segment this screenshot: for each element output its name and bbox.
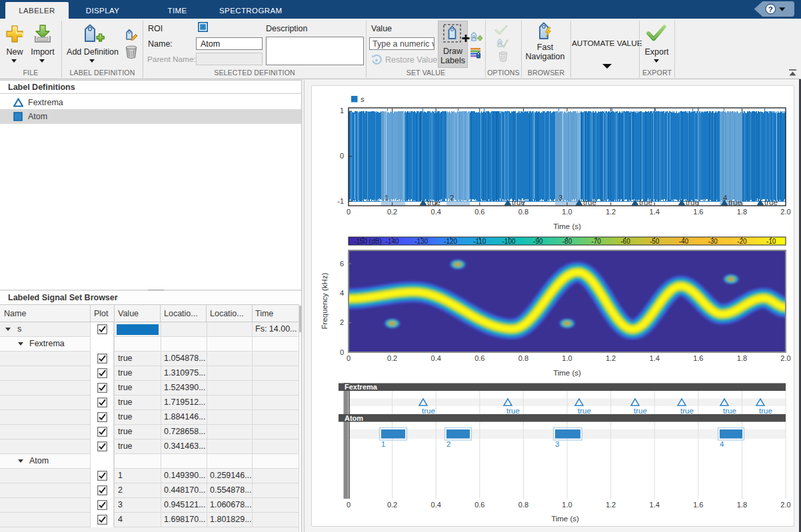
svg-text:0.2: 0.2 [387, 354, 397, 362]
svg-text:1.4: 1.4 [650, 208, 660, 216]
svg-text:4: 4 [340, 289, 344, 297]
svg-text:Time (s): Time (s) [553, 222, 581, 230]
svg-text:1.6: 1.6 [693, 501, 703, 509]
svg-text:?: ? [768, 5, 773, 13]
svg-text:A: A [472, 34, 476, 41]
svg-text:-120: -120 [444, 238, 457, 245]
svg-text:1.6: 1.6 [693, 354, 703, 362]
svg-text:0: 0 [347, 501, 351, 509]
svg-text:true: true [680, 407, 694, 415]
svg-text:1.4: 1.4 [650, 501, 660, 509]
svg-text:1.4: 1.4 [650, 354, 660, 362]
svg-text:Time (s): Time (s) [553, 369, 581, 377]
svg-text:1.8: 1.8 [737, 354, 747, 362]
svg-text:-130: -130 [414, 238, 428, 245]
svg-text:-70: -70 [591, 238, 601, 245]
svg-text:3: 3 [555, 440, 559, 448]
svg-text:true: true [422, 407, 435, 415]
svg-text:true: true [686, 198, 699, 206]
svg-text:0: 0 [340, 348, 344, 356]
svg-text:1.2: 1.2 [606, 354, 616, 362]
svg-text:-60: -60 [620, 238, 630, 245]
svg-text:0.6: 0.6 [474, 354, 484, 362]
svg-text:1.0: 1.0 [562, 501, 572, 509]
svg-text:1.0: 1.0 [562, 208, 572, 216]
svg-text:true: true [427, 198, 440, 206]
svg-text:1.2: 1.2 [606, 208, 616, 216]
svg-text:1.6: 1.6 [693, 208, 703, 216]
svg-text:0.8: 0.8 [518, 208, 528, 216]
svg-text:0.6: 0.6 [474, 208, 484, 216]
svg-text:0.4: 0.4 [431, 208, 441, 216]
svg-text:A: A [498, 40, 502, 47]
svg-text:2.0: 2.0 [780, 501, 790, 509]
svg-text:0: 0 [347, 354, 351, 362]
svg-text:6: 6 [340, 260, 344, 268]
svg-text:Fextrema: Fextrema [345, 383, 378, 391]
svg-text:Time (s): Time (s) [551, 515, 579, 523]
svg-text:0.8: 0.8 [518, 501, 528, 509]
svg-text:0: 0 [347, 208, 351, 216]
svg-text:1.0: 1.0 [562, 354, 572, 362]
svg-text:-90: -90 [533, 238, 543, 245]
svg-text:1.8: 1.8 [737, 208, 747, 216]
svg-text:true: true [578, 407, 591, 415]
svg-text:4: 4 [720, 440, 724, 448]
svg-text:-30: -30 [708, 238, 718, 245]
svg-text:-20: -20 [737, 238, 747, 245]
svg-text:1.8: 1.8 [737, 501, 747, 509]
svg-text:1: 1 [340, 107, 344, 115]
svg-text:0.4: 0.4 [431, 501, 441, 509]
svg-text:1: 1 [381, 440, 385, 448]
svg-text:-100: -100 [502, 238, 515, 245]
svg-text:-50: -50 [650, 238, 660, 245]
svg-text:true: true [506, 407, 520, 415]
svg-text:2.0: 2.0 [780, 354, 790, 362]
svg-text:true: true [634, 407, 647, 415]
svg-text:0.4: 0.4 [431, 354, 441, 362]
svg-text:s: s [361, 95, 365, 103]
svg-text:-10: -10 [766, 238, 776, 245]
svg-text:true: true [639, 198, 652, 206]
svg-text:true: true [723, 407, 736, 415]
svg-text:true: true [759, 407, 772, 415]
svg-text:-80: -80 [562, 238, 572, 245]
svg-text:-1: -1 [337, 197, 344, 205]
svg-text:0.8: 0.8 [518, 354, 528, 362]
svg-text:0.2: 0.2 [387, 208, 397, 216]
svg-text:true: true [583, 198, 596, 206]
svg-text:0: 0 [340, 152, 344, 160]
svg-text:-140: -140 [386, 238, 399, 245]
svg-text:-40: -40 [679, 238, 689, 245]
svg-text:-150 (dB): -150 (dB) [354, 238, 382, 245]
svg-text:-110: -110 [473, 238, 486, 245]
svg-text:true: true [764, 198, 778, 206]
svg-text:true: true [512, 198, 525, 206]
svg-text:2: 2 [446, 440, 450, 448]
svg-text:0.6: 0.6 [474, 501, 484, 509]
svg-text:true: true [728, 198, 742, 206]
svg-text:2: 2 [340, 318, 344, 326]
svg-text:2.0: 2.0 [780, 208, 790, 216]
svg-text:3: 3 [558, 194, 562, 202]
svg-text:0.2: 0.2 [387, 501, 397, 509]
svg-text:Atom: Atom [345, 414, 363, 422]
svg-text:Frequency (kHz): Frequency (kHz) [321, 272, 329, 329]
svg-text:1.2: 1.2 [606, 501, 616, 509]
svg-text:2: 2 [450, 194, 454, 202]
svg-text:1: 1 [385, 194, 389, 202]
